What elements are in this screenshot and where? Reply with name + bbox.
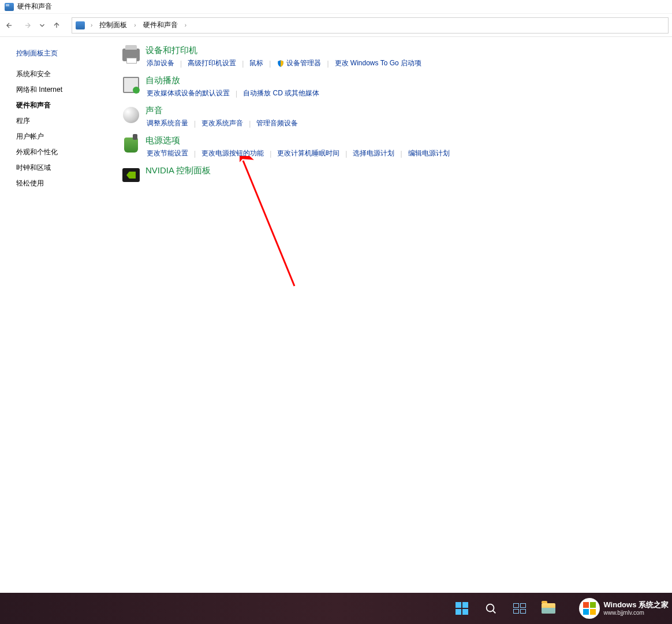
control-panel-icon — [5, 3, 14, 11]
printer-icon — [121, 45, 141, 65]
back-button[interactable] — [0, 16, 18, 35]
addr-control-panel-icon — [76, 21, 85, 29]
chevron-right-icon[interactable]: › — [132, 22, 138, 28]
chevron-right-icon[interactable]: › — [88, 22, 95, 28]
recent-dropdown[interactable] — [37, 16, 47, 35]
link-change-sleep[interactable]: 更改计算机睡眠时间 — [276, 148, 341, 158]
link-device-manager-label: 设备管理器 — [286, 58, 321, 68]
watermark: Windows 系统之家 www.bjjmlv.com — [579, 593, 672, 624]
link-adjust-volume[interactable]: 调整系统音量 — [145, 118, 189, 128]
link-change-system-sound[interactable]: 更改系统声音 — [200, 118, 244, 128]
task-view-icon — [513, 603, 526, 614]
nvidia-icon — [121, 165, 141, 185]
sidebar-item-programs[interactable]: 程序 — [16, 113, 104, 129]
link-edit-power-plan[interactable]: 编辑电源计划 — [407, 148, 451, 158]
taskbar: Windows 系统之家 www.bjjmlv.com — [0, 593, 672, 624]
shield-icon — [277, 60, 285, 68]
folder-icon — [542, 603, 555, 614]
link-autoplay-cd[interactable]: 自动播放 CD 或其他媒体 — [242, 88, 320, 98]
link-manage-audio[interactable]: 管理音频设备 — [255, 118, 299, 128]
windows-logo-icon — [456, 602, 468, 615]
sidebar: 控制面板主页 系统和安全 网络和 Internet 硬件和声音 程序 用户帐户 … — [0, 37, 104, 192]
link-mouse[interactable]: 鼠标 — [248, 58, 264, 68]
forward-button[interactable] — [18, 16, 37, 35]
link-advanced-printer[interactable]: 高级打印机设置 — [186, 58, 237, 68]
sidebar-item-ease-access[interactable]: 轻松使用 — [16, 176, 104, 191]
svg-point-1 — [487, 604, 494, 612]
link-windows-to-go[interactable]: 更改 Windows To Go 启动项 — [334, 58, 423, 68]
category-title-sound[interactable]: 声音 — [145, 105, 299, 116]
watermark-url: www.bjjmlv.com — [603, 610, 669, 616]
category-title-autoplay[interactable]: 自动播放 — [145, 75, 320, 86]
category-title-power[interactable]: 电源选项 — [145, 135, 451, 146]
sidebar-item-system-security[interactable]: 系统和安全 — [16, 66, 104, 82]
breadcrumb-control-panel[interactable]: 控制面板 — [98, 20, 128, 30]
category-nvidia: NVIDIA 控制面板 — [121, 165, 672, 185]
window-title: 硬件和声音 — [17, 2, 52, 12]
watermark-title: Windows 系统之家 — [603, 600, 669, 610]
category-devices-printers: 设备和打印机 添加设备 | 高级打印机设置 | 鼠标 | 设备管理器 | 更改 … — [121, 45, 672, 68]
nav-toolbar: › 控制面板 › 硬件和声音 › — [0, 14, 672, 37]
category-title-devices[interactable]: 设备和打印机 — [145, 45, 423, 56]
link-device-manager[interactable]: 设备管理器 — [275, 58, 322, 68]
titlebar: 硬件和声音 — [0, 0, 672, 14]
main-panel: 设备和打印机 添加设备 | 高级打印机设置 | 鼠标 | 设备管理器 | 更改 … — [104, 37, 672, 192]
breadcrumb-hardware-sound[interactable]: 硬件和声音 — [142, 20, 179, 30]
chevron-right-icon[interactable]: › — [182, 22, 189, 28]
link-change-power-button[interactable]: 更改电源按钮的功能 — [200, 148, 265, 158]
file-explorer-button[interactable] — [537, 597, 560, 620]
link-change-energy-saving[interactable]: 更改节能设置 — [145, 148, 189, 158]
speaker-icon — [121, 105, 141, 125]
sidebar-item-user-accounts[interactable]: 用户帐户 — [16, 129, 104, 144]
link-change-media-default[interactable]: 更改媒体或设备的默认设置 — [145, 88, 231, 98]
task-view-button[interactable] — [508, 597, 531, 620]
sidebar-item-appearance[interactable]: 外观和个性化 — [16, 144, 104, 160]
watermark-logo-icon — [579, 598, 600, 619]
up-button[interactable] — [47, 16, 66, 35]
category-sound: 声音 调整系统音量 | 更改系统声音 | 管理音频设备 — [121, 105, 672, 128]
autoplay-icon — [121, 75, 141, 95]
category-title-nvidia[interactable]: NVIDIA 控制面板 — [145, 165, 211, 176]
taskbar-search-button[interactable] — [479, 597, 502, 620]
sidebar-item-hardware-sound[interactable]: 硬件和声音 — [16, 98, 104, 113]
start-button[interactable] — [450, 597, 473, 620]
sidebar-home-link[interactable]: 控制面板主页 — [16, 49, 104, 58]
link-choose-power-plan[interactable]: 选择电源计划 — [352, 148, 395, 158]
power-icon — [121, 135, 141, 155]
address-bar[interactable]: › 控制面板 › 硬件和声音 › — [72, 17, 669, 34]
category-power: 电源选项 更改节能设置 | 更改电源按钮的功能 | 更改计算机睡眠时间 | 选择… — [121, 135, 672, 158]
sidebar-item-network[interactable]: 网络和 Internet — [16, 82, 104, 98]
link-add-device[interactable]: 添加设备 — [145, 58, 176, 68]
content-area: 控制面板主页 系统和安全 网络和 Internet 硬件和声音 程序 用户帐户 … — [0, 37, 672, 192]
sidebar-item-clock-region[interactable]: 时钟和区域 — [16, 160, 104, 176]
search-icon — [484, 602, 497, 615]
category-autoplay: 自动播放 更改媒体或设备的默认设置 | 自动播放 CD 或其他媒体 — [121, 75, 672, 98]
